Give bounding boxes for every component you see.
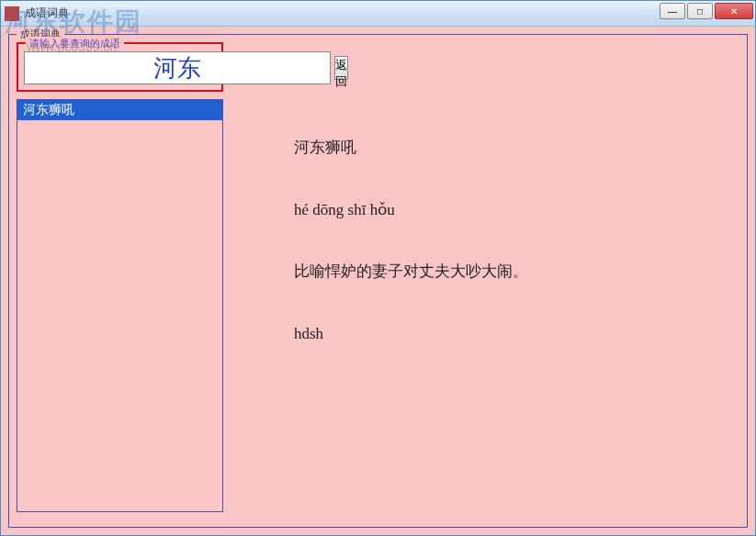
inner-frame: 成语词典 请输入要查询的成语 返回 河东狮吼 河东狮吼 hé dōng shī … (8, 34, 748, 528)
maximize-button[interactable]: □ (687, 3, 713, 19)
app-icon (5, 6, 19, 21)
search-row: 返回 (24, 51, 216, 84)
detail-idiom: 河东狮吼 (294, 136, 683, 160)
detail-meaning: 比喻悍妒的妻子对丈夫大吵大闹。 (294, 260, 683, 284)
search-input[interactable] (24, 51, 331, 84)
back-button[interactable]: 返回 (334, 56, 348, 80)
search-label: 请输入要查询的成语 (26, 37, 124, 50)
window-title: 成语词典 (25, 6, 69, 21)
minimize-button[interactable]: ― (660, 3, 685, 19)
app-window: 成语词典 ― □ ✕ 河东软件园 www.pc0359.cn 成语词典 请输入要… (0, 0, 756, 536)
close-button[interactable]: ✕ (715, 3, 753, 19)
results-list[interactable]: 河东狮吼 (17, 99, 223, 512)
detail-pinyin: hé dōng shī hǒu (294, 198, 683, 222)
window-controls: ― □ ✕ (660, 3, 753, 19)
title-bar: 成语词典 ― □ ✕ (1, 1, 755, 27)
search-group: 请输入要查询的成语 返回 (17, 42, 223, 92)
result-item[interactable]: 河东狮吼 (17, 100, 222, 120)
detail-abbrev: hdsh (294, 322, 683, 346)
detail-panel: 河东狮吼 hé dōng shī hǒu 比喻悍妒的妻子对丈夫大吵大闹。 hds… (239, 99, 738, 518)
